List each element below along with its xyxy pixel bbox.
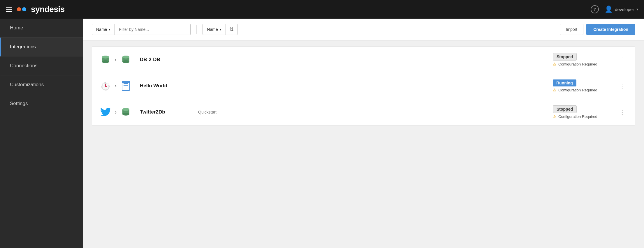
svg-point-22 <box>122 113 129 116</box>
config-warning-text: Configuration Required <box>558 62 597 66</box>
integration-row: › Twitter2Db Quickstart <box>92 99 635 125</box>
integration-tag: Quickstart <box>198 110 547 114</box>
svg-rect-19 <box>122 81 130 83</box>
logo-dot-blue <box>22 7 26 11</box>
top-nav: syndesis ? 👤 developer ▾ <box>0 0 644 19</box>
filter-dropdown-button[interactable]: Name ▾ <box>92 24 115 35</box>
dest-icon-note <box>119 79 132 92</box>
sort-chevron-icon: ▾ <box>220 28 221 31</box>
sidebar-item-settings[interactable]: Settings <box>0 94 83 113</box>
source-icon-db <box>99 53 112 66</box>
create-integration-button[interactable]: Create Integration <box>586 24 635 35</box>
dest-icon-db <box>119 106 132 118</box>
integration-row: › Hello <box>92 73 635 99</box>
username: developer <box>615 7 634 12</box>
user-menu[interactable]: 👤 developer ▾ <box>605 6 638 13</box>
svg-point-7 <box>122 56 129 59</box>
sidebar: Home Integrations Connections Customizat… <box>0 19 83 248</box>
config-warning: ⚠ Configuration Required <box>553 88 597 92</box>
more-options-button[interactable]: ⋮ <box>617 82 628 90</box>
sidebar-item-customizations[interactable]: Customizations <box>0 75 83 94</box>
toolbar: Name ▾ Name ▾ ⇅ Import Create Integratio… <box>83 19 644 40</box>
logo-dot-red <box>17 7 21 11</box>
more-options-button[interactable]: ⋮ <box>617 108 628 116</box>
sort-label: Name <box>207 27 218 32</box>
config-warning: ⚠ Configuration Required <box>553 62 597 66</box>
user-menu-chevron: ▾ <box>636 7 638 11</box>
help-button[interactable]: ? <box>591 5 599 13</box>
integration-icons-db2db: › <box>99 53 134 66</box>
filter-group: Name ▾ <box>92 24 191 35</box>
import-button[interactable]: Import <box>560 24 584 35</box>
warning-icon: ⚠ <box>553 88 557 92</box>
nav-left: syndesis <box>6 5 65 14</box>
filter-input[interactable] <box>115 24 191 35</box>
integrations-list-area: › DB-2-DB <box>83 40 644 248</box>
arrow-icon: › <box>115 83 117 89</box>
integration-icons-helloworld: › <box>99 79 134 92</box>
integration-name: Hello World <box>140 83 192 89</box>
integration-row: › DB-2-DB <box>92 47 635 73</box>
config-warning-text: Configuration Required <box>558 114 597 119</box>
integrations-card: › DB-2-DB <box>92 46 635 125</box>
integration-name: Twitter2Db <box>140 109 192 115</box>
logo <box>17 7 26 11</box>
config-warning: ⚠ Configuration Required <box>553 114 597 119</box>
sort-direction-button[interactable]: ⇅ <box>226 24 237 35</box>
arrow-icon: › <box>115 109 117 115</box>
integration-name: DB-2-DB <box>140 57 192 63</box>
sidebar-item-connections[interactable]: Connections <box>0 56 83 75</box>
sidebar-item-home[interactable]: Home <box>0 19 83 38</box>
sidebar-item-integrations[interactable]: Integrations <box>0 38 83 56</box>
arrow-icon: › <box>115 57 117 63</box>
user-avatar-icon: 👤 <box>605 6 613 13</box>
app-body: Home Integrations Connections Customizat… <box>0 19 644 248</box>
source-icon-timer <box>99 79 112 92</box>
source-icon-twitter <box>99 106 112 118</box>
status-badge: Running <box>553 79 576 86</box>
svg-point-23 <box>122 108 129 111</box>
status-badge: Stopped <box>553 105 577 113</box>
nav-right: ? 👤 developer ▾ <box>591 5 638 13</box>
warning-icon: ⚠ <box>553 114 557 119</box>
config-warning-text: Configuration Required <box>558 88 597 92</box>
status-section: Running ⚠ Configuration Required <box>553 79 611 92</box>
sort-group: Name ▾ ⇅ <box>203 24 237 35</box>
integration-icons-twitter2db: › <box>99 106 134 118</box>
filter-chevron-icon: ▾ <box>109 28 110 31</box>
status-section: Stopped ⚠ Configuration Required <box>553 105 611 119</box>
main-content: Name ▾ Name ▾ ⇅ Import Create Integratio… <box>83 19 644 248</box>
svg-point-3 <box>102 56 109 59</box>
warning-icon: ⚠ <box>553 62 557 66</box>
sort-az-icon: ⇅ <box>229 27 234 32</box>
app-title: syndesis <box>31 5 65 14</box>
svg-point-13 <box>105 86 106 87</box>
status-badge: Stopped <box>553 53 577 61</box>
status-section: Stopped ⚠ Configuration Required <box>553 53 611 66</box>
svg-rect-14 <box>105 83 106 84</box>
toolbar-divider <box>196 25 197 34</box>
hamburger-button[interactable] <box>6 7 12 12</box>
svg-point-6 <box>122 60 129 63</box>
svg-point-2 <box>102 60 109 63</box>
filter-label: Name <box>96 27 107 32</box>
more-options-button[interactable]: ⋮ <box>617 56 628 64</box>
sort-dropdown-button[interactable]: Name ▾ <box>203 24 226 35</box>
dest-icon-db <box>119 53 132 66</box>
